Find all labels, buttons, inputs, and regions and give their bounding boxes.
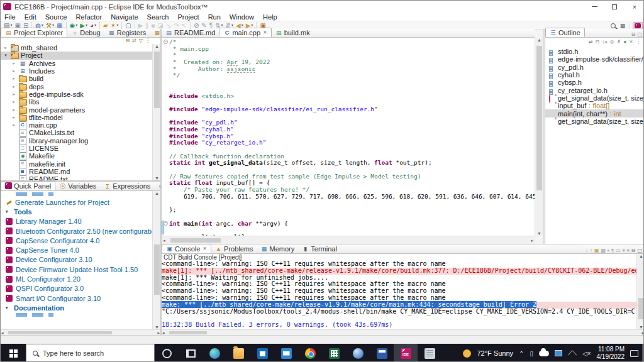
tool-link-ml-configurator-1-20[interactable]: ML Configurator 1.20: [1, 274, 152, 283]
tree-item-includes[interactable]: ▸⊞Includes: [1, 67, 152, 75]
fold-gutter[interactable]: [162, 140, 169, 146]
weather-icon[interactable]: [463, 349, 471, 358]
outline-item-edge-impulse-sdk-classif[interactable]: #edge-impulse-sdk/classifier/ei_run_: [545, 55, 644, 63]
lock-scroll-icon[interactable]: ▪: [608, 248, 609, 253]
outline-item-cybsp-h[interactable]: #cybsp.h: [545, 79, 644, 86]
tab-build-mk[interactable]: ▤build.mk: [272, 28, 314, 37]
tree-item-readme-txt[interactable]: README.txt: [1, 175, 152, 180]
close-icon[interactable]: ✕: [263, 30, 267, 35]
tree-item-deps[interactable]: ▸deps: [1, 82, 152, 90]
network-icon[interactable]: ⟋⟍: [568, 349, 577, 357]
menu-navigate[interactable]: Navigate: [111, 13, 138, 21]
fold-gutter[interactable]: −: [162, 39, 169, 46]
tree-item-library-manager-log[interactable]: library-manager.log: [1, 137, 152, 145]
expand-arrow-icon[interactable]: ▸: [11, 76, 16, 81]
tool-link-bluetooth-configurator-2-50-new-configuration[interactable]: Bluetooth Configurator 2.50 (new configu…: [1, 226, 152, 236]
fold-gutter[interactable]: [162, 113, 169, 120]
tab-terminal[interactable]: ▮Terminal: [298, 244, 341, 253]
scroll-down-icon[interactable]: ↓: [586, 248, 588, 253]
fold-gutter[interactable]: [162, 180, 169, 187]
phone-icon[interactable]: ▯: [530, 350, 533, 357]
menu-source[interactable]: Source: [45, 13, 67, 21]
tray-chevron-icon[interactable]: ⌃: [519, 350, 524, 357]
quickpanel-vertical-scrollbar[interactable]: ▲ ▼: [152, 191, 160, 329]
customize-icon[interactable]: ✳: [629, 39, 633, 45]
tree-item-archives[interactable]: ▸▦Archives: [1, 60, 152, 67]
file-explorer-button[interactable]: [226, 344, 250, 362]
fold-minus-icon[interactable]: −: [164, 40, 168, 44]
maximize-button[interactable]: [604, 1, 625, 13]
fold-gutter[interactable]: [162, 59, 169, 66]
outline-item-cy-retarget-io-h[interactable]: #cy_retarget_io.h: [545, 86, 644, 94]
minimize-view-icon[interactable]: ⊟: [631, 248, 636, 253]
fold-gutter[interactable]: [162, 66, 169, 73]
outline-item-cy-pdl-h[interactable]: #cy_pdl.h: [545, 63, 644, 71]
menu-project[interactable]: Project: [177, 13, 199, 21]
fold-gutter[interactable]: [162, 167, 169, 173]
close-button[interactable]: ×: [625, 1, 644, 13]
tool-link-capsense-tuner-4-0[interactable]: CapSense Tuner 4.0: [1, 245, 152, 255]
tool-link-device-configurator-3-10[interactable]: Device Configurator 3.10: [1, 255, 152, 265]
expand-arrow-icon[interactable]: ▾: [3, 53, 8, 58]
tab-main-cpp[interactable]: Cmain.cpp✕: [219, 28, 271, 37]
close-icon[interactable]: ✕: [203, 246, 207, 251]
tab-expressions[interactable]: ∑Expressions: [100, 182, 154, 190]
task-view-button[interactable]: [179, 344, 203, 362]
device-icon[interactable]: [555, 350, 562, 356]
quickpanel-horizontal-scrollbar[interactable]: ◂ ▸: [1, 329, 160, 335]
fold-gutter[interactable]: [162, 133, 169, 140]
open-console-icon[interactable]: ▾: [627, 248, 630, 253]
expand-arrow-icon[interactable]: ▸: [11, 92, 16, 97]
start-button[interactable]: [1, 344, 26, 362]
maximize-view-icon[interactable]: ▢: [637, 31, 642, 37]
menu-file[interactable]: File: [4, 13, 16, 21]
collapse-all-icon[interactable]: ⊟: [596, 39, 600, 45]
expand-arrow-icon[interactable]: ▸: [11, 99, 16, 104]
code-editor[interactable]: −/* * main.cpp * * Created on: Apr 19, 2…: [162, 38, 535, 236]
clock[interactable]: 11:08 PM 4/19/2022: [597, 346, 625, 361]
outline-item-cyhal-h[interactable]: #cyhal.h: [545, 71, 644, 79]
tree-item-edge-impulse-sdk[interactable]: ▸edge-impulse-sdk: [1, 90, 152, 98]
minimize-view-icon[interactable]: ⊟: [631, 31, 636, 37]
outline-item-stdio-h[interactable]: #stdio.h: [545, 48, 644, 55]
expand-arrow-icon[interactable]: ▸: [3, 45, 8, 50]
menu-help[interactable]: Help: [263, 13, 277, 21]
editor-horizontal-scrollbar[interactable]: ◂ ▸: [162, 236, 535, 244]
open-log-icon[interactable]: ▦: [601, 248, 606, 253]
tab-outline[interactable]: ☰Outline: [545, 28, 585, 37]
tab-memory[interactable]: ▦Memory: [257, 244, 299, 253]
scroll-up-icon[interactable]: ↑: [590, 248, 592, 253]
tool-link-qspi-configurator-3-0[interactable]: QSPI Configurator 3.0: [1, 284, 152, 293]
fold-gutter[interactable]: [162, 153, 169, 160]
editor-vertical-scrollbar[interactable]: ▲ ▼: [535, 38, 543, 236]
menu-refactor[interactable]: Refactor: [76, 13, 103, 21]
tree-item-tflite-model[interactable]: ▸tflite-model: [1, 114, 152, 121]
fold-gutter[interactable]: [162, 86, 169, 93]
fold-gutter[interactable]: [162, 146, 169, 153]
fold-gutter[interactable]: [162, 173, 169, 180]
modustoolbox-ide-button[interactable]: IDE: [394, 344, 418, 362]
tree-item-main-cpp[interactable]: ▸main.cpp: [1, 121, 152, 129]
tab-quick-panel[interactable]: Quick Panel: [1, 181, 55, 190]
console-horizontal-scrollbar[interactable]: ◂ ▸: [162, 329, 644, 335]
section-header-tools[interactable]: ▾Tools: [1, 207, 152, 216]
fold-gutter[interactable]: [162, 160, 169, 167]
collapse-all-icon[interactable]: ⊟: [125, 38, 130, 44]
hide-static-icon[interactable]: ✗: [617, 39, 621, 45]
pin-console-icon[interactable]: ▾: [623, 248, 625, 253]
fold-gutter[interactable]: [162, 72, 169, 79]
weather-label[interactable]: 72°F Sunny: [477, 349, 513, 357]
word-wrap-icon[interactable]: ¶: [611, 248, 614, 253]
expand-arrow-icon[interactable]: ▸: [11, 61, 16, 66]
menu-run[interactable]: Run: [208, 13, 221, 21]
fold-gutter[interactable]: [162, 187, 169, 194]
chrome-button[interactable]: [298, 344, 322, 362]
tree-item-makefile[interactable]: Makefile: [1, 152, 152, 160]
tab-readme-md[interactable]: ▤README.md: [162, 28, 219, 37]
link-with-editor-icon[interactable]: ⇄: [132, 38, 136, 44]
menu-window[interactable]: Window: [230, 13, 254, 21]
fold-gutter[interactable]: [162, 52, 169, 59]
fold-gutter[interactable]: [162, 93, 169, 100]
maximize-view-icon[interactable]: ▢: [637, 248, 642, 253]
console-output[interactable]: <command-line>: warning: ISO C++11 requi…: [162, 261, 636, 329]
